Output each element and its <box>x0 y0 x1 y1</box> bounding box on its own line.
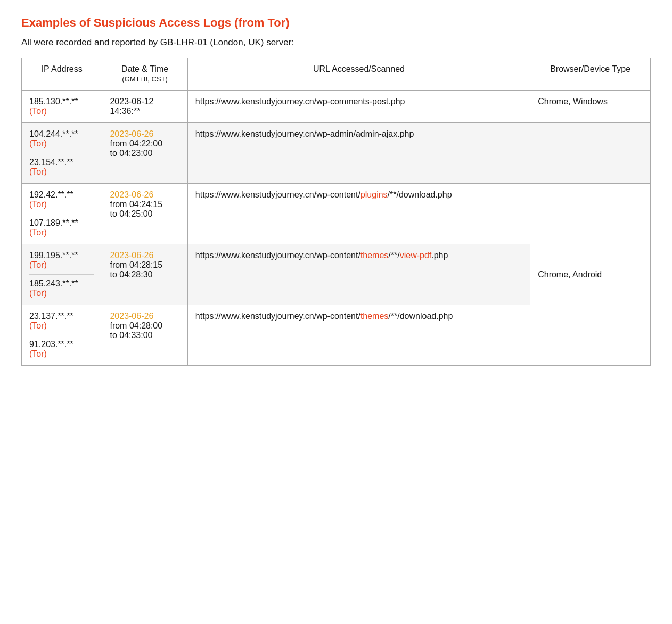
table-row: 192.42.**.**(Tor)107.189.**.**(Tor)2023-… <box>22 184 651 244</box>
table-row: 185.130.**.**(Tor)2023-06-1214:36:**http… <box>22 91 651 123</box>
col-header-ip: IP Address <box>22 58 102 91</box>
col-header-datetime: Date & Time (GMT+8, CST) <box>102 58 187 91</box>
subtitle: All were recorded and reported by GB-LHR… <box>21 37 651 48</box>
access-logs-table: IP Address Date & Time (GMT+8, CST) URL … <box>21 58 651 366</box>
col-header-url: URL Accessed/Scanned <box>187 58 530 91</box>
page-title: Examples of Suspicious Access Logs (from… <box>21 16 651 30</box>
table-header-row: IP Address Date & Time (GMT+8, CST) URL … <box>22 58 651 91</box>
table-row: 104.244.**.**(Tor)23.154.**.**(Tor)2023-… <box>22 123 651 184</box>
col-header-browser: Browser/Device Type <box>530 58 651 91</box>
